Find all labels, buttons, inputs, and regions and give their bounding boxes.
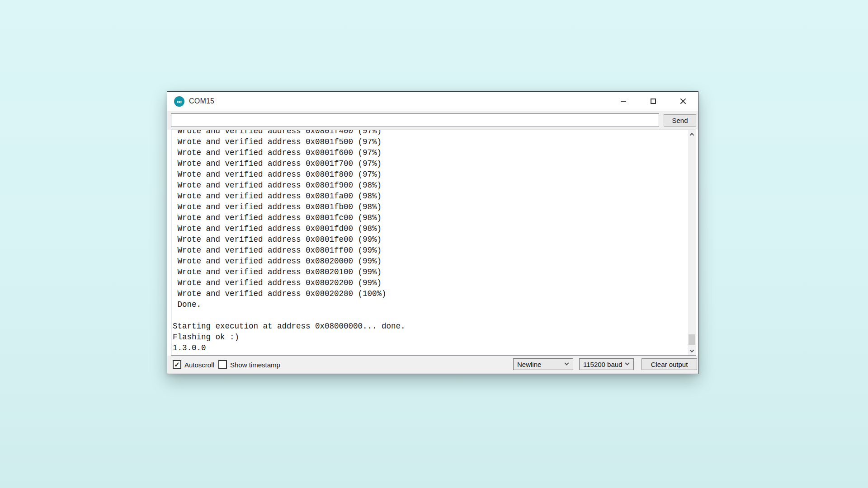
show-timestamp-label: Show timestamp bbox=[230, 361, 280, 369]
send-button[interactable]: Send bbox=[664, 114, 696, 127]
console-line: Wrote and verified address 0x0801fd00 (9… bbox=[173, 223, 688, 234]
console-line: Wrote and verified address 0x0801fa00 (9… bbox=[173, 191, 688, 202]
scrollbar-thumb[interactable] bbox=[689, 334, 695, 345]
console-line: 1.3.0.0 bbox=[173, 343, 688, 353]
vertical-scrollbar[interactable] bbox=[688, 130, 696, 355]
console-line: Done. bbox=[173, 299, 688, 310]
send-row: Send bbox=[167, 111, 698, 130]
chevron-up-icon bbox=[690, 133, 694, 137]
console-line: Wrote and verified address 0x0801f600 (9… bbox=[173, 147, 688, 158]
console-line: Starting execution at address 0x08000000… bbox=[173, 321, 688, 332]
console-line: Wrote and verified address 0x08020200 (9… bbox=[173, 277, 688, 288]
close-button[interactable] bbox=[668, 92, 698, 111]
chevron-down-icon bbox=[690, 348, 694, 352]
maximize-button[interactable] bbox=[638, 92, 668, 111]
message-input[interactable] bbox=[171, 113, 659, 127]
console-line: Flashing ok :) bbox=[173, 332, 688, 343]
console-line: Wrote and verified address 0x0801ff00 (9… bbox=[173, 245, 688, 256]
minimize-button[interactable] bbox=[609, 92, 638, 111]
console-line: Wrote and verified address 0x0801f800 (9… bbox=[173, 169, 688, 180]
console-line: Wrote and verified address 0x0801fc00 (9… bbox=[173, 212, 688, 223]
scroll-up-button[interactable] bbox=[688, 131, 696, 138]
autoscroll-label: Autoscroll bbox=[184, 361, 214, 369]
console-line: Wrote and verified address 0x08020100 (9… bbox=[173, 267, 688, 277]
console-line: Wrote and verified address 0x0801f400 (9… bbox=[173, 130, 688, 136]
scroll-down-button[interactable] bbox=[688, 347, 696, 355]
baud-rate-dropdown[interactable]: 115200 baud bbox=[579, 358, 634, 370]
show-timestamp-checkbox[interactable] bbox=[218, 360, 227, 369]
window-controls bbox=[609, 92, 698, 111]
baud-rate-value: 115200 baud bbox=[583, 361, 622, 368]
minimize-icon bbox=[621, 101, 626, 102]
chevron-down-icon bbox=[625, 361, 630, 365]
window-title: COM15 bbox=[189, 97, 214, 105]
maximize-icon bbox=[651, 99, 656, 104]
title-bar: ∞ COM15 bbox=[167, 92, 698, 111]
close-icon bbox=[680, 98, 686, 104]
console-line: Wrote and verified address 0x0801f700 (9… bbox=[173, 158, 688, 169]
console-line: Wrote and verified address 0x0801fe00 (9… bbox=[173, 234, 688, 245]
serial-monitor-window: ∞ COM15 Send Wrote and verified address … bbox=[167, 91, 698, 374]
arduino-icon: ∞ bbox=[174, 96, 184, 107]
console-line: Wrote and verified address 0x08020280 (1… bbox=[173, 288, 688, 299]
line-ending-value: Newline bbox=[517, 361, 541, 368]
chevron-down-icon bbox=[565, 361, 569, 365]
console-line: Wrote and verified address 0x0801f500 (9… bbox=[173, 136, 688, 147]
console-line bbox=[173, 310, 688, 321]
console-line: Wrote and verified address 0x0801fb00 (9… bbox=[173, 202, 688, 212]
autoscroll-checkbox[interactable]: ✓ bbox=[173, 360, 181, 369]
console-line: Wrote and verified address 0x0801f900 (9… bbox=[173, 180, 688, 191]
line-ending-dropdown[interactable]: Newline bbox=[513, 358, 573, 370]
status-bar: ✓ Autoscroll Show timestamp Newline 1152… bbox=[167, 356, 698, 374]
console-text: Wrote and verified address 0x0801f400 (9… bbox=[173, 130, 688, 353]
console-output[interactable]: Wrote and verified address 0x0801f400 (9… bbox=[171, 130, 696, 356]
clear-output-button[interactable]: Clear output bbox=[642, 358, 697, 370]
console-line: Wrote and verified address 0x08020000 (9… bbox=[173, 256, 688, 267]
